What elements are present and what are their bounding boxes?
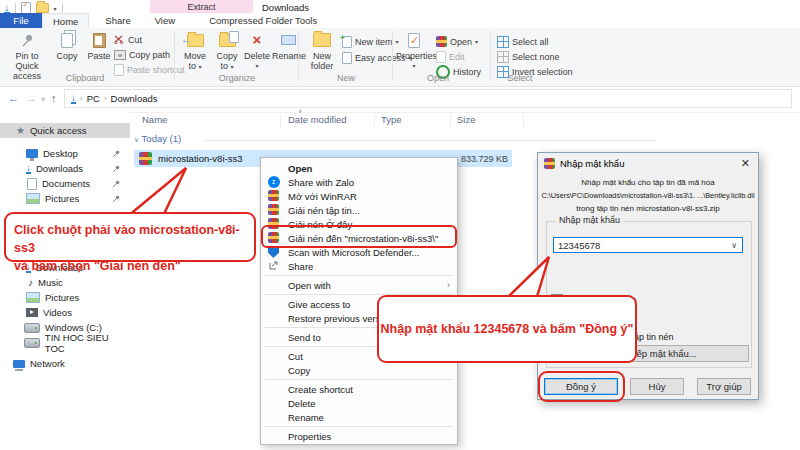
sidebar-item-pictures-tree[interactable]: Pictures xyxy=(0,290,130,305)
pin-icon xyxy=(20,33,34,47)
qat-separator xyxy=(15,3,16,13)
sidebar-item-music[interactable]: ♪ Music xyxy=(0,275,130,290)
copy-to-button[interactable]: Copy to ▾ xyxy=(212,31,242,72)
downloads-icon: ↓ xyxy=(26,164,31,174)
move-to-button[interactable]: ← Move to ▾ xyxy=(180,31,210,72)
sidebar-item-label: Network xyxy=(30,358,65,369)
combo-dropdown-icon[interactable]: ∨ xyxy=(731,241,737,250)
winrar-file-icon xyxy=(139,152,152,165)
sidebar-item-tin-hoc-sieu-toc[interactable]: TIN HOC SIEU TOC xyxy=(0,335,130,350)
rename-button[interactable]: Rename xyxy=(272,31,304,61)
column-header-date-modified[interactable]: Date modified xyxy=(288,114,347,125)
pin-icon xyxy=(112,150,120,158)
sidebar-item-pictures[interactable]: Pictures xyxy=(0,191,130,206)
tab-home[interactable]: Home xyxy=(42,13,89,28)
new-item-button[interactable]: + New item▾ xyxy=(342,35,399,48)
folder-qat-icon[interactable] xyxy=(36,3,49,13)
open-button[interactable]: Open▾ xyxy=(436,35,478,48)
menu-item-copy[interactable]: Copy xyxy=(261,363,457,377)
column-header-name[interactable]: Name xyxy=(142,114,167,125)
menu-item-share-with-zalo[interactable]: ZShare with Zalo xyxy=(261,175,457,189)
tab-compressed-folder-tools[interactable]: Compressed Folder Tools xyxy=(199,13,327,28)
zalo-icon: Z xyxy=(268,176,280,188)
copy-to-label-2: to ▾ xyxy=(212,61,242,72)
copy-path-button[interactable]: w Copy path xyxy=(114,48,170,61)
dialog-title: Nhập mật khẩu xyxy=(560,158,624,169)
star-icon: ★ xyxy=(16,125,25,136)
breadcrumb[interactable]: ↓ › PC › Downloads xyxy=(64,89,792,108)
sidebar-item-documents[interactable]: Documents xyxy=(0,176,130,191)
tab-file[interactable]: File xyxy=(0,13,42,28)
up-icon[interactable]: ↑ xyxy=(51,92,57,104)
collapse-chevron-icon[interactable]: ∨ xyxy=(134,136,139,143)
share-icon xyxy=(268,260,279,271)
column-header-type[interactable]: Type xyxy=(381,114,402,125)
sidebar-item-desktop[interactable]: Desktop xyxy=(0,146,130,161)
sort-indicator-icon: ∨ xyxy=(298,107,302,114)
cut-button[interactable]: Cut xyxy=(114,33,142,46)
menu-item-create-shortcut[interactable]: Create shortcut xyxy=(261,382,457,396)
tab-share[interactable]: Share xyxy=(95,13,140,28)
edit-label: Edit xyxy=(449,52,465,62)
cancel-button[interactable]: Hủy xyxy=(630,378,684,395)
music-icon: ♪ xyxy=(28,277,33,288)
menu-separator xyxy=(265,426,453,427)
callout1-line2: và bấm chọn "Giải nén đến" xyxy=(14,257,254,275)
sidebar-item-network[interactable]: Network xyxy=(0,356,130,371)
menu-item-properties[interactable]: Properties xyxy=(261,429,457,443)
copy-label: Copy xyxy=(52,51,82,61)
sidebar-item-downloads[interactable]: ↓ Downloads xyxy=(0,161,130,176)
select-none-button[interactable]: Select none xyxy=(497,50,560,63)
paste-button[interactable]: Paste xyxy=(84,31,114,61)
winrar-icon xyxy=(268,190,279,201)
menu-item-open[interactable]: Open xyxy=(261,161,457,175)
menu-item-rename[interactable]: Rename xyxy=(261,410,457,424)
menu-separator xyxy=(265,379,453,380)
sidebar-item-label: TIN HOC SIEU TOC xyxy=(45,332,130,354)
tab-view[interactable]: View xyxy=(145,13,185,28)
group-header-today[interactable]: ∨ Today (1) xyxy=(134,133,181,144)
qat-dropdown-icon[interactable]: ▾ xyxy=(54,5,57,12)
pin-label-1: Pin to Quick xyxy=(4,51,50,71)
sidebar-item-quick-access[interactable]: ★ Quick access xyxy=(0,123,130,138)
new-folder-button[interactable]: New folder xyxy=(306,31,338,71)
help-button[interactable]: Trợ giúp xyxy=(697,378,751,395)
edit-button[interactable]: Edit xyxy=(436,50,465,63)
menu-item-delete[interactable]: Delete xyxy=(261,396,457,410)
document-icon xyxy=(27,178,37,190)
sidebar-item-videos[interactable]: Videos xyxy=(0,305,130,320)
properties-button[interactable]: ✓ Properties ▾ xyxy=(396,31,432,71)
downloads-location-icon: ↓ xyxy=(71,94,76,104)
sidebar-item-label: Desktop xyxy=(43,148,78,159)
menu-item-share[interactable]: Share xyxy=(261,259,457,273)
callout1-tail xyxy=(128,168,186,216)
menu-item-open-with-winrar[interactable]: Mở với WinRAR xyxy=(261,189,457,203)
delete-button[interactable]: × Delete ▾ xyxy=(244,31,270,71)
pin-icon xyxy=(112,195,120,203)
select-all-button[interactable]: Select all xyxy=(497,35,549,48)
recent-locations-icon[interactable]: ∨ xyxy=(41,95,45,102)
dialog-info-line3: trong tập tin nén microstation-v8i-ss3.z… xyxy=(538,203,758,215)
group-separator xyxy=(174,31,175,81)
password-input[interactable]: 12345678 ∨ xyxy=(553,237,743,253)
breadcrumb-downloads[interactable]: Downloads xyxy=(111,93,158,104)
column-header-size[interactable]: Size xyxy=(457,114,475,125)
forward-icon[interactable]: → xyxy=(26,92,37,104)
copy-button[interactable]: Copy xyxy=(52,31,82,61)
move-to-label-2: to ▾ xyxy=(180,61,210,72)
window-title: Downloads xyxy=(262,2,309,13)
menu-item-open-with[interactable]: Open with› xyxy=(261,278,457,292)
menu-separator xyxy=(265,275,453,276)
copy-to-icon xyxy=(212,31,242,49)
menu-item-extract-files[interactable]: Giải nén tập tin... xyxy=(261,203,457,217)
desktop-icon xyxy=(26,149,38,158)
pin-icon xyxy=(112,180,120,188)
password-value: 12345678 xyxy=(558,240,600,251)
back-icon[interactable]: ← xyxy=(8,92,19,104)
dialog-title-bar[interactable]: Nhập mật khẩu ✕ xyxy=(538,153,758,173)
callout1-line1: Click chuột phải vào microstation-v8i-ss… xyxy=(14,221,254,257)
easy-access-icon xyxy=(342,52,352,64)
breadcrumb-pc[interactable]: PC xyxy=(87,93,100,104)
edit-icon xyxy=(436,51,446,63)
close-icon[interactable]: ✕ xyxy=(741,157,750,170)
